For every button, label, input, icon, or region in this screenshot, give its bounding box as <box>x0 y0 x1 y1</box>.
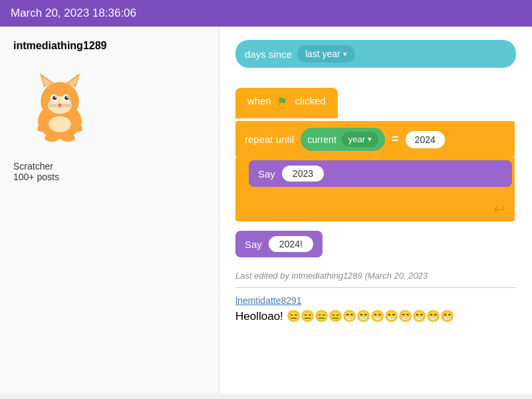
year-dropdown[interactable]: year ▾ <box>342 132 378 147</box>
emoji-row: Heolloao! 😑😑😑😑😁😁😁😁😁😁😁😁 <box>235 309 516 323</box>
say-block-2[interactable]: Say 2024! <box>235 231 323 257</box>
when-label: when <box>247 95 271 106</box>
say-label-2: Say <box>245 239 262 250</box>
repeat-footer: ↩ <box>235 198 515 221</box>
days-since-label: days since <box>245 49 292 60</box>
main-area: days since last year ▾ when clicked repe… <box>219 27 532 394</box>
say-value-2: 2024! <box>269 236 313 252</box>
last-year-dropdown[interactable]: last year ▾ <box>297 45 355 63</box>
current-label: current <box>307 134 336 145</box>
say-block-1[interactable]: Say 2023 <box>249 160 512 187</box>
svg-point-22 <box>49 116 71 132</box>
reply-user-link[interactable]: lnemtidatte8291 <box>235 295 302 306</box>
svg-point-13 <box>59 104 62 106</box>
year-value-bubble: 2024 <box>406 131 445 148</box>
clicked-label: clicked <box>295 95 326 106</box>
days-since-block[interactable]: days since last year ▾ <box>235 40 516 68</box>
block-area: days since last year ▾ when clicked repe… <box>235 40 516 257</box>
reply-section: lnemtidatte8291 Heolloao! 😑😑😑😑😁😁😁😁😁😁😁😁 <box>235 295 516 323</box>
svg-point-20 <box>45 134 59 142</box>
emojis: 😑😑😑😑😁😁😁😁😁😁😁😁 <box>287 310 454 323</box>
user-posts: 100+ posts <box>13 172 59 182</box>
equals-sign: = <box>392 132 399 146</box>
flag-icon <box>277 94 290 106</box>
username: intmediathing1289 <box>13 40 106 52</box>
sidebar: intmediathing1289 <box>0 27 219 394</box>
svg-point-12 <box>66 96 68 98</box>
divider <box>235 287 516 288</box>
dropdown-arrow-icon: ▾ <box>343 50 347 59</box>
current-year-block[interactable]: current year ▾ <box>301 128 385 151</box>
say-label-1: Say <box>258 168 275 180</box>
year-dropdown-arrow-icon: ▾ <box>368 135 372 144</box>
when-clicked-block[interactable]: when clicked <box>235 88 338 113</box>
cat-icon <box>20 65 100 145</box>
header-title: March 20, 2023 18:36:06 <box>11 7 136 19</box>
svg-point-8 <box>53 96 57 100</box>
repeat-body: Say 2023 <box>235 158 515 198</box>
say-value-1: 2023 <box>282 166 324 182</box>
header: March 20, 2023 18:36:06 <box>0 0 532 27</box>
svg-point-9 <box>55 96 56 98</box>
repeat-until-label: repeat until <box>245 134 294 145</box>
last-edited: Last edited by intmediathing1289 (March … <box>235 271 516 281</box>
main-content: intmediathing1289 <box>0 27 532 394</box>
year-label: year <box>348 134 365 144</box>
avatar <box>13 59 106 152</box>
svg-point-21 <box>61 134 75 142</box>
repeat-block-wrapper: repeat until current year ▾ = 2024 Say <box>235 121 516 221</box>
svg-point-11 <box>65 96 68 100</box>
user-role: Scratcher <box>13 161 53 172</box>
last-year-label: last year <box>305 49 340 59</box>
reply-text: Heolloao! <box>235 310 283 323</box>
repeat-arrow-icon: ↩ <box>493 201 505 218</box>
repeat-header[interactable]: repeat until current year ▾ = 2024 <box>235 121 515 158</box>
